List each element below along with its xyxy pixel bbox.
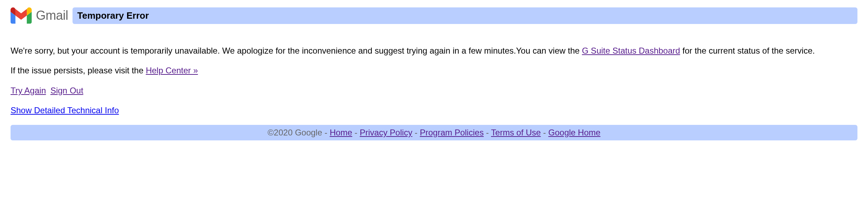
footer-privacy-link[interactable]: Privacy Policy bbox=[360, 128, 412, 137]
footer-terms-link[interactable]: Terms of Use bbox=[491, 128, 541, 137]
persist-paragraph: If the issue persists, please visit the … bbox=[11, 65, 857, 76]
sign-out-link[interactable]: Sign Out bbox=[50, 86, 83, 95]
header: Gmail Temporary Error bbox=[11, 7, 857, 24]
gmail-wordmark: Gmail bbox=[36, 8, 68, 23]
action-links: Try Again Sign Out bbox=[11, 85, 857, 96]
footer: ©2020 Google - Home - Privacy Policy - P… bbox=[11, 125, 857, 140]
separator: - bbox=[415, 128, 420, 137]
copyright-text: ©2020 Google bbox=[268, 128, 322, 137]
footer-home-link[interactable]: Home bbox=[330, 128, 352, 137]
apology-text-suffix: for the current status of the service. bbox=[680, 46, 815, 55]
persist-text-prefix: If the issue persists, please visit the bbox=[11, 66, 146, 75]
separator: - bbox=[354, 128, 360, 137]
apology-paragraph: We're sorry, but your account is tempora… bbox=[11, 45, 857, 56]
show-tech-info-link[interactable]: Show Detailed Technical Info bbox=[11, 105, 119, 115]
error-content: We're sorry, but your account is tempora… bbox=[11, 45, 857, 116]
status-dashboard-link[interactable]: G Suite Status Dashboard bbox=[582, 46, 680, 55]
apology-text-prefix: We're sorry, but your account is tempora… bbox=[11, 46, 582, 55]
footer-google-home-link[interactable]: Google Home bbox=[548, 128, 600, 137]
separator: - bbox=[325, 128, 330, 137]
error-title-banner: Temporary Error bbox=[73, 7, 857, 24]
help-center-link[interactable]: Help Center » bbox=[146, 66, 198, 75]
separator: - bbox=[486, 128, 491, 137]
try-again-link[interactable]: Try Again bbox=[11, 86, 46, 95]
gmail-logo: Gmail bbox=[11, 7, 68, 24]
tech-info-paragraph: Show Detailed Technical Info bbox=[11, 105, 857, 116]
separator: - bbox=[543, 128, 548, 137]
gmail-m-icon bbox=[11, 7, 32, 24]
footer-program-link[interactable]: Program Policies bbox=[420, 128, 484, 137]
